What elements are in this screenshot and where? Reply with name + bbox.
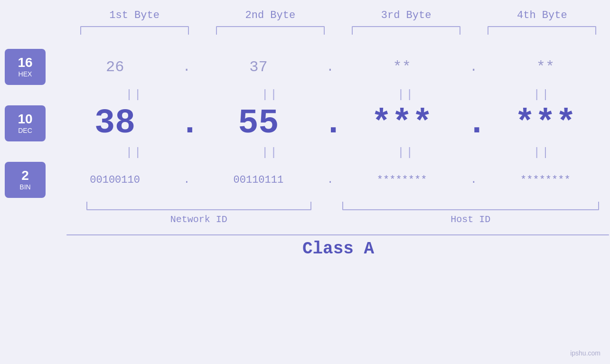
sep1-bars3: ||: [397, 88, 415, 101]
hex-b4-value: **: [536, 58, 554, 76]
network-id-bracket: Network ID: [66, 202, 331, 225]
sep1-cell2: ||: [202, 88, 338, 101]
bin-badge-label: BIN: [19, 183, 30, 191]
bracket-line-4: [488, 26, 596, 35]
sep2-bars3: ||: [397, 146, 415, 159]
bin-b1-cell: 00100110: [50, 174, 179, 186]
bin-b4-value: ********: [520, 174, 571, 186]
sep1-bars2: ||: [262, 88, 279, 101]
hex-row: 16 HEX 26 . 37 . ** . **: [0, 49, 610, 85]
dec-b1-cell: 38: [50, 104, 179, 143]
sep1-cell3: ||: [338, 88, 474, 101]
sep1-cell4: ||: [474, 88, 610, 101]
bracket-3: [338, 26, 474, 35]
dec-row: 10 DEC 38 . 55 . *** . ***: [0, 104, 610, 143]
sep2-cell3: ||: [338, 146, 474, 159]
dec-dot1: .: [179, 104, 194, 143]
sep2-bars1: ||: [126, 146, 143, 159]
hex-badge-label: HEX: [19, 70, 32, 78]
hex-dot3: .: [467, 60, 481, 75]
dec-b4-value: ***: [515, 104, 576, 143]
bin-b1-value: 00100110: [90, 174, 140, 186]
hex-dot1: .: [179, 60, 194, 75]
sep2-cell2: ||: [202, 146, 338, 159]
class-bracket-line: [66, 234, 609, 235]
hex-b4-cell: **: [481, 58, 610, 76]
header-row: 1st Byte 2nd Byte 3rd Byte 4th Byte: [0, 9, 610, 21]
watermark: ipshu.com: [570, 349, 601, 357]
byte1-label: 1st Byte: [66, 9, 202, 21]
bin-b2-value: 00110111: [234, 174, 284, 186]
host-id-bracket-line: [342, 202, 599, 210]
hex-values: 26 . 37 . ** . **: [50, 58, 610, 76]
hex-b3-value: **: [393, 58, 411, 76]
sep1-bars1: ||: [126, 88, 143, 101]
bin-b2-cell: 00110111: [194, 174, 323, 186]
byte2-label: 2nd Byte: [202, 9, 338, 21]
dec-values: 38 . 55 . *** . ***: [50, 104, 610, 143]
bin-row: 2 BIN 00100110 . 00110111 . ******** . *…: [0, 162, 610, 198]
dec-badge-num: 10: [18, 112, 32, 126]
bracket-2: [202, 26, 338, 35]
sep1-cell1: ||: [66, 88, 202, 101]
sep2-bars4: ||: [533, 146, 551, 159]
dec-b2-cell: 55: [194, 104, 323, 143]
network-id-bracket-line: [86, 202, 311, 210]
bin-badge-num: 2: [21, 169, 29, 182]
host-id-bracket: Host ID: [331, 202, 610, 225]
bin-dot2: .: [323, 174, 338, 186]
sep-row-2: || || || ||: [0, 143, 610, 162]
class-label: Class A: [66, 239, 610, 259]
bin-dot1: .: [179, 174, 194, 186]
hex-b2-value: 37: [249, 58, 267, 76]
bin-b3-cell: ********: [338, 174, 467, 186]
hex-b2-cell: 37: [194, 58, 323, 76]
dec-b3-value: ***: [371, 104, 433, 143]
dec-dot3: .: [467, 104, 481, 143]
host-id-label: Host ID: [450, 214, 490, 225]
sep-row-1: || || || ||: [0, 85, 610, 104]
dec-badge-label: DEC: [18, 127, 32, 134]
hex-badge-num: 16: [18, 56, 32, 69]
sep2-cell4: ||: [474, 146, 610, 159]
bin-b3-value: ********: [377, 174, 427, 186]
hex-badge: 16 HEX: [5, 49, 46, 85]
sep2-bars2: ||: [262, 146, 279, 159]
main-container: 1st Byte 2nd Byte 3rd Byte 4th Byte 16 H…: [0, 0, 610, 364]
dec-b4-cell: ***: [481, 104, 610, 143]
bin-values: 00100110 . 00110111 . ******** . *******…: [50, 174, 610, 186]
class-row: Class A: [0, 234, 610, 259]
bracket-1: [66, 26, 202, 35]
dec-b1-value: 38: [94, 104, 135, 143]
top-brackets: [0, 26, 610, 35]
bracket-4: [474, 26, 610, 35]
bin-dot3: .: [467, 174, 481, 186]
hex-dot2: .: [323, 60, 338, 75]
bracket-line-2: [216, 26, 325, 35]
bracket-line-1: [80, 26, 189, 35]
byte3-label: 3rd Byte: [338, 9, 474, 21]
hex-b1-value: 26: [106, 58, 124, 76]
bottom-bracket-area: Network ID Host ID: [0, 202, 610, 225]
dec-b3-cell: ***: [338, 104, 467, 143]
hex-b3-cell: **: [338, 58, 467, 76]
bin-badge: 2 BIN: [5, 162, 46, 198]
sep1-bars4: ||: [533, 88, 551, 101]
hex-b1-cell: 26: [50, 58, 179, 76]
sep2-cell1: ||: [66, 146, 202, 159]
byte4-label: 4th Byte: [474, 9, 610, 21]
bracket-line-3: [352, 26, 460, 35]
network-id-label: Network ID: [170, 214, 227, 225]
bin-b4-cell: ********: [481, 174, 610, 186]
dec-badge: 10 DEC: [5, 105, 46, 141]
dec-b2-value: 55: [238, 104, 279, 143]
dec-dot2: .: [323, 104, 338, 143]
